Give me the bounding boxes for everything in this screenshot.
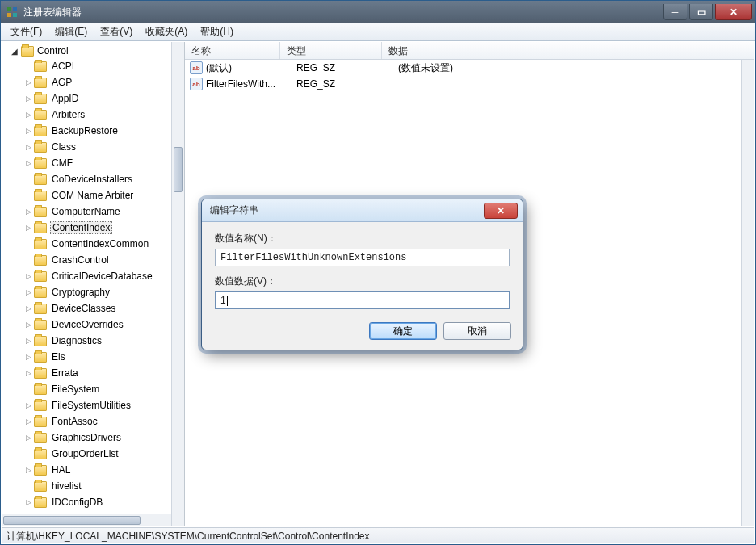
value-data-input[interactable]: 1	[215, 291, 510, 309]
expand-icon[interactable]: ▷	[23, 272, 34, 280]
expand-icon[interactable]: ▷	[23, 111, 34, 119]
ok-button[interactable]: 确定	[369, 322, 437, 340]
menu-view[interactable]: 查看(V)	[94, 23, 139, 40]
tree-item-crashcontrol[interactable]: ▷CrashControl	[3, 252, 171, 268]
registry-tree[interactable]: ◢ Control ▷ACPI▷AGP▷AppID▷Arbiters▷Backu…	[2, 42, 171, 512]
tree-item-codeviceinstallers[interactable]: ▷CoDeviceInstallers	[3, 171, 171, 187]
tree-item-cryptography[interactable]: ▷Cryptography	[3, 284, 171, 300]
expand-icon[interactable]: ▷	[23, 321, 34, 329]
value-name-label: 数值名称(N)：	[215, 232, 510, 245]
menubar: 文件(F) 编辑(E) 查看(V) 收藏夹(A) 帮助(H)	[1, 23, 755, 41]
tree-item-label: DeviceOverrides	[50, 319, 125, 330]
expand-icon[interactable]: ▷	[23, 288, 34, 296]
statusbar: 计算机\HKEY_LOCAL_MACHINE\SYSTEM\CurrentCon…	[2, 527, 754, 543]
expand-icon[interactable]: ▷	[23, 143, 34, 151]
expand-icon[interactable]: ▷	[23, 369, 34, 377]
minimize-button[interactable]: ─	[663, 4, 687, 20]
tree-item-backuprestore[interactable]: ▷BackupRestore	[3, 123, 171, 139]
tree-item-appid[interactable]: ▷AppID	[3, 90, 171, 107]
cancel-button[interactable]: 取消	[443, 322, 511, 340]
tree-item-filesystem[interactable]: ▷FileSystem	[3, 381, 171, 397]
tree-item-contentindexcommon[interactable]: ▷ContentIndexCommon	[3, 236, 171, 252]
tree-item-hivelist[interactable]: ▷hivelist	[3, 478, 171, 494]
expand-icon[interactable]: ▷	[23, 417, 34, 426]
tree-item-grouporderlist[interactable]: ▷GroupOrderList	[3, 446, 171, 462]
values-vscrollbar[interactable]	[741, 60, 754, 526]
dialog-body: 数值名称(N)： FilterFilesWithUnknownExtension…	[202, 222, 523, 316]
hscroll-thumb[interactable]	[3, 516, 141, 525]
tree-item-fontassoc[interactable]: ▷FontAssoc	[3, 413, 171, 430]
collapse-icon[interactable]: ◢	[11, 47, 21, 56]
tree-item-idconfigdb[interactable]: ▷IDConfigDB	[3, 494, 171, 510]
expand-icon[interactable]: ▷	[23, 304, 34, 312]
folder-icon	[34, 400, 47, 411]
folder-icon	[34, 433, 47, 443]
menu-help[interactable]: 帮助(H)	[194, 23, 240, 40]
expand-icon[interactable]: ▷	[23, 337, 34, 345]
col-data[interactable]: 数据	[382, 42, 754, 59]
expand-icon[interactable]: ▷	[23, 94, 34, 103]
tree-item-els[interactable]: ▷Els	[3, 349, 171, 365]
tree-item-hal[interactable]: ▷HAL	[3, 462, 171, 478]
tree-hscrollbar[interactable]	[2, 514, 171, 526]
values-header: 名称 类型 数据	[185, 42, 754, 60]
tree-item-errata[interactable]: ▷Errata	[3, 365, 171, 381]
col-type[interactable]: 类型	[280, 42, 382, 59]
values-list[interactable]: ab(默认)REG_SZ(数值未设置)abFilterFilesWith...R…	[185, 60, 754, 92]
expand-icon[interactable]: ▷	[23, 159, 34, 167]
expand-icon[interactable]: ▷	[23, 78, 34, 86]
folder-icon	[34, 287, 47, 298]
expand-icon[interactable]: ▷	[23, 224, 34, 232]
tree-item-class[interactable]: ▷Class	[3, 139, 171, 155]
col-name[interactable]: 名称	[185, 42, 280, 59]
folder-icon	[34, 223, 47, 233]
tree-item-agp[interactable]: ▷AGP	[3, 74, 171, 90]
folder-icon	[34, 61, 47, 72]
tree-item-label: ContentIndex	[50, 221, 112, 234]
tree-item-label: Arbiters	[50, 109, 86, 120]
tree-item-filesystemutilities[interactable]: ▷FileSystemUtilities	[3, 397, 171, 413]
expand-icon[interactable]: ▷	[23, 353, 34, 361]
expand-icon[interactable]: ▷	[23, 434, 34, 442]
close-button[interactable]: ✕	[715, 4, 752, 20]
dialog-close-button[interactable]: ✕	[484, 203, 518, 219]
tree-item-arbiters[interactable]: ▷Arbiters	[3, 107, 171, 123]
folder-icon	[34, 465, 47, 476]
tree-item-criticaldevicedatabase[interactable]: ▷CriticalDeviceDatabase	[3, 268, 171, 284]
expand-icon[interactable]: ▷	[23, 127, 34, 135]
tree-item-graphicsdrivers[interactable]: ▷GraphicsDrivers	[3, 430, 171, 446]
menu-file[interactable]: 文件(F)	[4, 23, 48, 40]
titlebar[interactable]: 注册表编辑器 ─ ▭ ✕	[1, 1, 755, 23]
tree-item-computername[interactable]: ▷ComputerName	[3, 203, 171, 220]
folder-icon	[34, 191, 47, 201]
tree-item-contentindex[interactable]: ▷ContentIndex	[3, 220, 171, 236]
tree-item-label: CMF	[50, 157, 74, 169]
value-row[interactable]: abFilterFilesWith...REG_SZ	[185, 76, 754, 92]
folder-icon	[34, 481, 47, 492]
maximize-button[interactable]: ▭	[689, 4, 713, 20]
folder-icon	[34, 126, 47, 136]
expand-icon[interactable]: ▷	[23, 498, 34, 506]
menu-edit[interactable]: 编辑(E)	[48, 23, 94, 40]
window-buttons: ─ ▭ ✕	[662, 4, 752, 20]
tree-pane: ◢ Control ▷ACPI▷AGP▷AppID▷Arbiters▷Backu…	[2, 42, 185, 526]
expand-icon[interactable]: ▷	[23, 466, 34, 474]
expand-icon[interactable]: ▷	[23, 401, 34, 409]
tree-item-deviceclasses[interactable]: ▷DeviceClasses	[3, 300, 171, 317]
menu-favorites[interactable]: 收藏夹(A)	[139, 23, 194, 40]
tree-root[interactable]: ◢ Control	[3, 44, 171, 58]
expand-icon[interactable]: ▷	[23, 208, 34, 216]
window-title: 注册表编辑器	[23, 6, 662, 19]
tree-item-com-name-arbiter[interactable]: ▷COM Name Arbiter	[3, 187, 171, 203]
tree-item-acpi[interactable]: ▷ACPI	[3, 58, 171, 74]
folder-icon	[34, 110, 47, 120]
value-row[interactable]: ab(默认)REG_SZ(数值未设置)	[185, 60, 754, 76]
vscroll-thumb[interactable]	[174, 147, 183, 192]
tree-item-diagnostics[interactable]: ▷Diagnostics	[3, 333, 171, 349]
dialog-titlebar[interactable]: 编辑字符串 ✕	[202, 199, 523, 222]
folder-icon	[34, 255, 47, 266]
tree-vscrollbar[interactable]	[171, 42, 184, 514]
tree-item-cmf[interactable]: ▷CMF	[3, 155, 171, 171]
tree-item-deviceoverrides[interactable]: ▷DeviceOverrides	[3, 317, 171, 333]
tree-item-label: COM Name Arbiter	[50, 190, 135, 201]
